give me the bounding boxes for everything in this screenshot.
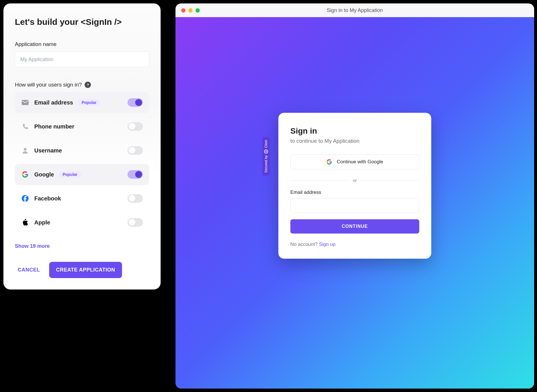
- secured-brand: Clerk: [264, 140, 268, 148]
- window-chrome: Sign in to My Application: [175, 3, 534, 17]
- popular-badge: Popular: [59, 171, 81, 178]
- facebook-icon: [21, 194, 29, 202]
- preview-window: Sign in to My Application Sign in to con…: [175, 3, 534, 389]
- continue-button[interactable]: CONTINUE: [290, 219, 419, 234]
- popular-badge: Popular: [78, 99, 100, 106]
- or-divider: or: [290, 178, 419, 183]
- option-facebook-toggle[interactable]: [127, 194, 143, 203]
- help-icon[interactable]: ?: [85, 82, 91, 88]
- option-phone[interactable]: Phone number: [15, 116, 149, 137]
- option-username[interactable]: Username: [15, 140, 149, 161]
- divider-line-icon: [361, 180, 419, 180]
- option-google-label: Google: [34, 171, 54, 178]
- builder-buttons: CANCEL CREATE APPLICATION: [15, 262, 149, 278]
- email-icon: [21, 98, 29, 106]
- continue-with-google-button[interactable]: Continue with Google: [290, 154, 419, 169]
- or-text: or: [353, 178, 357, 183]
- signin-card: Sign in to continue to My Application Co…: [278, 113, 431, 259]
- google-icon: [326, 159, 332, 165]
- svg-point-4: [265, 151, 267, 152]
- no-account-text: No account? Sign up: [290, 242, 419, 247]
- option-apple-label: Apple: [34, 219, 50, 226]
- clerk-icon: [264, 150, 268, 154]
- google-button-label: Continue with Google: [337, 159, 383, 165]
- signin-subtitle: to continue to My Application: [290, 138, 419, 144]
- svg-point-1: [24, 148, 27, 151]
- option-google-toggle[interactable]: [127, 170, 143, 179]
- google-icon: [21, 170, 29, 178]
- option-phone-toggle[interactable]: [127, 122, 143, 131]
- apple-icon: [21, 218, 29, 226]
- option-email-toggle[interactable]: [127, 98, 143, 107]
- preview-background: Sign in to continue to My Application Co…: [175, 17, 534, 389]
- app-name-label: Application name: [15, 41, 149, 47]
- email-input[interactable]: [290, 198, 419, 213]
- builder-panel: Let's build your <SignIn /> Application …: [3, 3, 161, 290]
- phone-icon: [21, 122, 29, 130]
- cancel-button[interactable]: CANCEL: [15, 263, 43, 277]
- option-apple[interactable]: Apple: [15, 212, 149, 233]
- signin-methods-label: How will your users sign in? ?: [15, 82, 149, 88]
- signup-link[interactable]: Sign up: [319, 242, 336, 247]
- no-account-label: No account?: [290, 242, 319, 247]
- option-apple-toggle[interactable]: [127, 218, 143, 227]
- divider-line-icon: [290, 180, 348, 180]
- option-facebook[interactable]: Facebook: [15, 188, 149, 209]
- option-email-label: Email address: [34, 99, 73, 106]
- option-google[interactable]: Google Popular: [15, 164, 149, 185]
- option-facebook-label: Facebook: [34, 195, 61, 202]
- builder-title: Let's build your <SignIn />: [15, 17, 149, 27]
- show-more-link[interactable]: Show 19 more: [15, 243, 50, 249]
- option-phone-label: Phone number: [34, 123, 74, 130]
- options-list: Email address Popular Phone number Usern…: [15, 92, 149, 233]
- user-icon: [21, 146, 29, 154]
- create-application-button[interactable]: CREATE APPLICATION: [49, 262, 122, 278]
- signin-title: Sign in: [290, 126, 419, 136]
- option-username-label: Username: [34, 147, 62, 154]
- option-username-toggle[interactable]: [127, 146, 143, 155]
- window-title: Sign in to My Application: [175, 7, 534, 13]
- option-email[interactable]: Email address Popular: [15, 92, 149, 113]
- secured-by-text: Secured by: [264, 155, 268, 173]
- secured-by-badge: Secured by Clerk: [262, 137, 270, 176]
- app-name-input[interactable]: [15, 51, 149, 67]
- email-label: Email address: [290, 190, 419, 195]
- signin-methods-text: How will your users sign in?: [15, 82, 82, 88]
